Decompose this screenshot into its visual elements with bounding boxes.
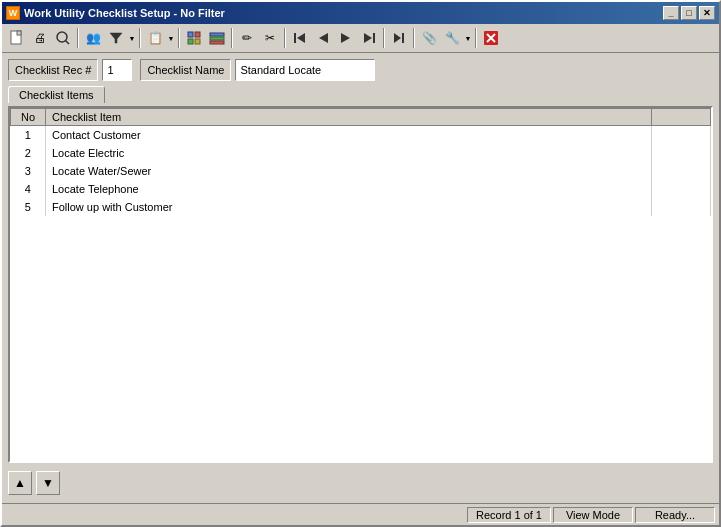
preview-icon [55,30,71,46]
print-button[interactable]: 🖨 [29,27,51,49]
filter-arrow[interactable]: ▼ [128,27,136,49]
table-wrapper[interactable]: No Checklist Item 1 Contact Customer 2 [10,108,711,461]
edit-icon: ✏ [239,30,255,46]
move-down-button[interactable]: ▼ [36,471,60,495]
row-extra [651,162,710,180]
title-buttons: _ □ ✕ [663,6,715,20]
checklist-rec-value[interactable]: 1 [102,59,132,81]
row-extra [651,180,710,198]
table-row[interactable]: 3 Locate Water/Sewer [11,162,711,180]
svg-rect-6 [195,32,200,37]
separator-4 [231,28,233,48]
nav-next-button[interactable] [335,27,357,49]
layers-button[interactable] [206,27,228,49]
svg-marker-15 [341,33,350,43]
preview-button[interactable] [52,27,74,49]
svg-marker-4 [110,33,122,43]
move-down-icon: ▼ [42,476,54,490]
people-icon: 👥 [85,30,101,46]
header-row: Checklist Rec # 1 Checklist Name Standar… [8,59,713,81]
nav-next-icon [338,30,354,46]
table-row[interactable]: 5 Follow up with Customer [11,198,711,216]
col-header-item: Checklist Item [46,109,652,126]
remove-button[interactable] [480,27,502,49]
col-header-no: No [11,109,46,126]
layers-icon [209,30,225,46]
filter-button[interactable] [105,27,127,49]
tab-area: Checklist Items [8,85,713,102]
svg-marker-18 [394,33,401,43]
row-extra [651,144,710,162]
row-item: Locate Electric [46,144,652,162]
checklist-name-value[interactable]: Standard Locate [235,59,375,81]
jump-button[interactable] [388,27,410,49]
tools-arrow[interactable]: ▼ [464,27,472,49]
table-row[interactable]: 1 Contact Customer [11,126,711,144]
toolbar-container: 🖨 👥 [2,24,719,53]
status-record: Record 1 of 1 [467,507,551,523]
table-body: 1 Contact Customer 2 Locate Electric 3 L… [11,126,711,216]
remove-icon [483,30,499,46]
status-bar: Record 1 of 1 View Mode Ready... [2,503,719,525]
separator-6 [383,28,385,48]
toolbar: 🖨 👥 [2,24,719,52]
checklist-table: No Checklist Item 1 Contact Customer 2 [10,108,711,216]
print-icon: 🖨 [32,30,48,46]
jump-icon [391,30,407,46]
table-row[interactable]: 2 Locate Electric [11,144,711,162]
title-bar: W Work Utility Checklist Setup - No Filt… [2,2,719,24]
separator-1 [77,28,79,48]
svg-marker-13 [297,33,305,43]
table-header: No Checklist Item [11,109,711,126]
tab-strip: Checklist Items [8,85,713,102]
row-extra [651,198,710,216]
separator-3 [178,28,180,48]
move-up-button[interactable]: ▲ [8,471,32,495]
minimize-button[interactable]: _ [663,6,679,20]
svg-rect-1 [17,31,21,35]
table-header-row: No Checklist Item [11,109,711,126]
title-bar-left: W Work Utility Checklist Setup - No Filt… [6,6,225,20]
nav-last-button[interactable] [358,27,380,49]
svg-rect-5 [188,32,193,37]
nav-first-button[interactable] [289,27,311,49]
nav-prev-button[interactable] [312,27,334,49]
row-item: Locate Water/Sewer [46,162,652,180]
reports-arrow[interactable]: ▼ [167,27,175,49]
people-button[interactable]: 👥 [82,27,104,49]
new-icon [9,30,25,46]
nav-last-icon [361,30,377,46]
delete-icon: ✂ [262,30,278,46]
reports-button[interactable]: 📋 [144,27,166,49]
edit-button[interactable]: ✏ [236,27,258,49]
delete-button[interactable]: ✂ [259,27,281,49]
svg-marker-14 [319,33,328,43]
svg-marker-17 [364,33,372,43]
col-header-extra [651,109,710,126]
attach-button[interactable]: 📎 [418,27,440,49]
row-no: 4 [11,180,46,198]
nav-first-icon [292,30,308,46]
separator-8 [475,28,477,48]
separator-5 [284,28,286,48]
move-up-icon: ▲ [14,476,26,490]
status-ready: Ready... [635,507,715,523]
nav-prev-icon [315,30,331,46]
tools-button[interactable]: 🔧 [441,27,463,49]
tab-checklist-items[interactable]: Checklist Items [8,86,105,103]
grid-button[interactable] [183,27,205,49]
maximize-button[interactable]: □ [681,6,697,20]
reports-icon: 📋 [147,30,163,46]
svg-line-3 [66,41,70,45]
app-icon: W [6,6,20,20]
tools-icon: 🔧 [444,30,460,46]
window-title: Work Utility Checklist Setup - No Filter [24,7,225,19]
row-item: Locate Telephone [46,180,652,198]
row-no: 2 [11,144,46,162]
svg-rect-7 [188,39,193,44]
close-button[interactable]: ✕ [699,6,715,20]
new-button[interactable] [6,27,28,49]
main-window: W Work Utility Checklist Setup - No Filt… [0,0,721,527]
svg-rect-9 [210,33,224,36]
table-row[interactable]: 4 Locate Telephone [11,180,711,198]
